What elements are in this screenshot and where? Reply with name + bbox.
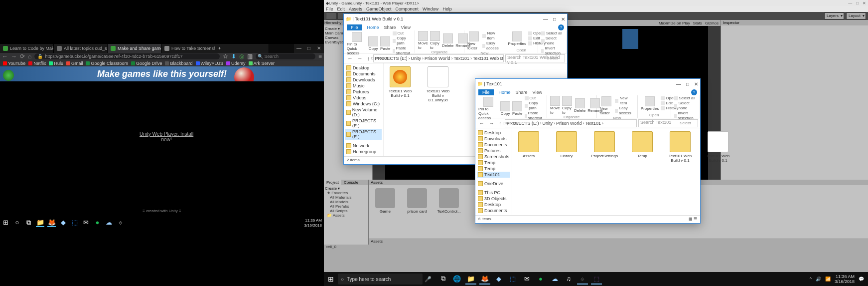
nav-fwd-icon[interactable]: → xyxy=(11,53,17,60)
window-min[interactable]: — xyxy=(848,1,852,5)
maximize-toggle[interactable]: Maximize on Play xyxy=(659,21,690,25)
bookmark-item[interactable]: Udemy xyxy=(226,61,246,66)
window-max[interactable]: □ xyxy=(553,16,556,22)
taskbar-item[interactable]: ● xyxy=(535,274,546,285)
taskbar-item[interactable]: ⊞ xyxy=(1,219,10,227)
taskbar-item[interactable]: ♫ xyxy=(563,274,574,285)
assets-tree-head[interactable]: 📁 Assets xyxy=(325,213,367,218)
nav-up-icon[interactable]: ↑ xyxy=(366,55,372,61)
browser-tab[interactable]: All latest topics cud_s03_buil✕ xyxy=(54,44,108,53)
taskbar-item[interactable]: ◆ xyxy=(493,274,504,285)
taskbar-clock[interactable]: 11:36 AM3/16/2018 xyxy=(304,218,322,228)
sidebar-item[interactable]: Documents xyxy=(477,142,510,148)
selectall-button[interactable]: Select all xyxy=(541,31,564,36)
window-min[interactable]: — xyxy=(294,44,304,53)
sidebar-item[interactable]: Desktop xyxy=(345,65,382,71)
window-max[interactable]: □ xyxy=(304,44,314,53)
properties-button[interactable]: Properties xyxy=(641,96,659,111)
easyaccess-button[interactable]: Easy access xyxy=(615,106,634,116)
browser-tab[interactable]: Make and Share games with Gam✕ xyxy=(108,44,161,53)
sidebar-item[interactable]: Temp xyxy=(477,166,510,172)
download-icon[interactable]: ⬇ xyxy=(231,53,236,60)
paste-button[interactable]: Paste xyxy=(512,101,522,116)
copypath-button[interactable]: Copy path xyxy=(525,101,544,111)
tab-console[interactable]: Console xyxy=(341,180,361,185)
taskbar-item[interactable]: ⬚ xyxy=(70,219,79,227)
selectnone-button[interactable]: Select none xyxy=(674,101,697,111)
notification-icon[interactable]: 💬 xyxy=(859,277,864,282)
asset-item[interactable]: prison card xyxy=(405,188,430,214)
menu-item[interactable]: Component xyxy=(396,6,419,12)
nav-back-icon[interactable]: ← xyxy=(2,53,8,60)
bookmark-item[interactable]: WileyPLUS xyxy=(196,61,224,66)
taskbar-item[interactable]: ⟐ xyxy=(116,219,125,227)
sidebar-item[interactable]: Documents xyxy=(477,208,510,214)
copypath-button[interactable]: Copy path xyxy=(393,36,412,46)
tab-home[interactable]: Home xyxy=(367,25,379,30)
tab-share[interactable]: Share xyxy=(384,25,396,30)
tab-file[interactable]: File xyxy=(478,89,494,95)
taskbar-item[interactable]: ⧉ xyxy=(24,219,33,227)
help-icon[interactable]: ? xyxy=(558,24,564,30)
file-item[interactable]: Temp xyxy=(629,131,656,158)
paste-button[interactable]: Paste xyxy=(380,36,390,51)
sidebar-item[interactable]: OneDrive xyxy=(477,181,510,187)
sidebar-item[interactable]: Music xyxy=(345,83,382,89)
breadcrumb[interactable]: PROJECTS (E:) xyxy=(375,56,408,61)
nav-home-icon[interactable]: ⌂ xyxy=(28,53,31,60)
breadcrumb[interactable]: Unity xyxy=(543,121,553,126)
library-icon[interactable]: ▥ xyxy=(247,53,253,60)
breadcrumb[interactable]: Text101 Web Build v 0.1 xyxy=(473,56,504,61)
copyto-button[interactable]: Copy to xyxy=(562,96,572,115)
newfolder-button[interactable]: New folder xyxy=(600,96,613,115)
nav-up-icon[interactable]: ↑ xyxy=(497,120,503,126)
file-item[interactable]: Assets xyxy=(515,131,542,158)
hand-tool-icon[interactable] xyxy=(326,12,337,19)
bookmark-item[interactable]: Ark Server xyxy=(249,61,275,66)
stats-toggle[interactable]: Stats xyxy=(693,21,702,25)
pin-button[interactable]: Pin to Quick access xyxy=(478,97,498,120)
taskbar-clock[interactable]: 11:36 AM3/16/2018 xyxy=(835,274,855,284)
sidebar-item[interactable]: Text101 xyxy=(477,172,510,178)
cut-button[interactable]: Cut xyxy=(393,31,412,36)
window-close[interactable]: ✕ xyxy=(314,44,324,53)
bookmark-item[interactable]: Google Drive xyxy=(131,61,162,66)
pin-button[interactable]: Pin to Quick access xyxy=(347,32,366,55)
tab-view[interactable]: View xyxy=(401,25,411,30)
sidebar-item[interactable]: Downloads xyxy=(477,136,510,142)
window-close[interactable]: ✕ xyxy=(863,1,866,5)
file-content-area[interactable]: AssetsLibraryProjectSettingsTempText101 … xyxy=(512,128,734,215)
tab-home[interactable]: Home xyxy=(499,90,511,95)
help-icon[interactable]: ? xyxy=(691,89,697,95)
file-item[interactable]: Text101 Web Build v 0.1.unity3d xyxy=(425,66,451,102)
sidebar-item[interactable]: Network xyxy=(345,143,382,149)
nav-back-icon[interactable]: ← xyxy=(477,120,486,126)
sidebar-item[interactable]: Desktop xyxy=(477,130,510,136)
layers-dropdown[interactable]: Layers xyxy=(824,12,844,19)
gizmos-toggle[interactable]: Gizmos xyxy=(705,21,719,25)
nav-fwd-icon[interactable]: → xyxy=(487,120,496,126)
favorite-item[interactable]: All Materials xyxy=(327,195,367,200)
taskbar-item[interactable]: ✉ xyxy=(82,219,90,227)
taskbar-item[interactable]: ⬚ xyxy=(507,274,518,285)
avatar-icon[interactable]: ☆ xyxy=(223,53,228,60)
asset-item[interactable]: Game xyxy=(373,188,398,214)
game-viewport[interactable]: Unity Web Player. Installnow! ≡ created … xyxy=(0,81,324,215)
mic-icon[interactable]: 🎤 xyxy=(423,276,434,283)
sidebar-item[interactable]: Downloads xyxy=(345,77,382,83)
moveto-button[interactable]: Move to xyxy=(418,31,428,50)
sidebar-item[interactable]: Desktop xyxy=(477,202,510,208)
taskbar-item[interactable]: ☁ xyxy=(105,219,113,227)
breadcrumb[interactable]: Text101 xyxy=(453,56,469,61)
breadcrumb[interactable]: PROJECTS (E:) xyxy=(507,121,539,126)
tray-icon[interactable]: 🔊 xyxy=(816,277,821,282)
tab-project[interactable]: Project xyxy=(324,180,341,185)
favorite-item[interactable]: All Scripts xyxy=(327,209,367,213)
newitem-button[interactable]: New item xyxy=(482,31,501,41)
browser-tab[interactable]: Learn to Code by Making Gam✕ xyxy=(0,44,54,53)
taskbar-item[interactable]: 📁 xyxy=(465,274,476,285)
taskbar-item[interactable]: ⬚ xyxy=(591,274,602,285)
menu-item[interactable]: GameObject xyxy=(366,6,392,12)
tray-icon[interactable]: ^ xyxy=(810,277,812,282)
menu-item[interactable]: Help xyxy=(442,6,452,12)
